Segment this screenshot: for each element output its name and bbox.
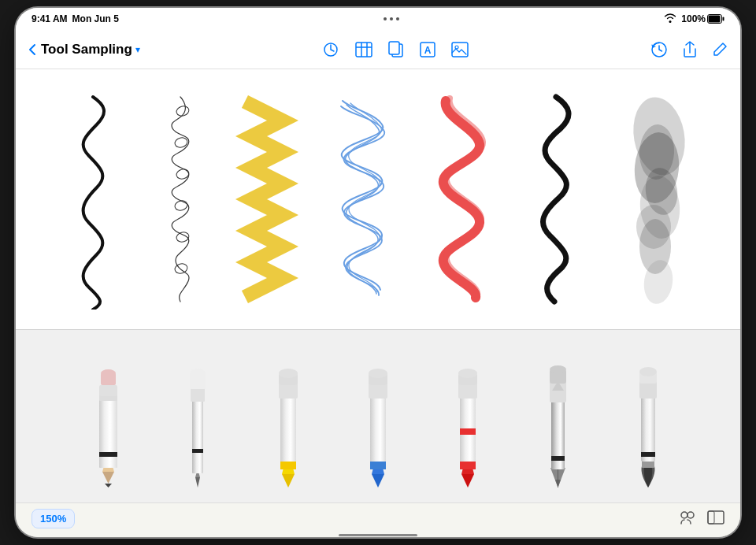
dot3 — [396, 17, 399, 20]
svg-point-58 — [369, 369, 387, 378]
svg-rect-40 — [192, 401, 203, 473]
svg-rect-79 — [639, 381, 657, 399]
svg-rect-62 — [460, 428, 476, 435]
status-center — [384, 17, 399, 20]
stroke-loops — [153, 85, 208, 313]
svg-rect-63 — [460, 462, 476, 469]
image-tool-icon[interactable] — [451, 42, 469, 57]
status-left: 9:41 AM Mon Jun 5 — [32, 13, 119, 24]
tool-blue-marker[interactable] — [343, 346, 413, 488]
svg-rect-77 — [641, 397, 655, 462]
svg-rect-41 — [192, 449, 203, 453]
time: 9:41 AM — [32, 13, 68, 24]
tool-red-marker[interactable] — [432, 346, 503, 488]
history-icon[interactable] — [650, 41, 668, 58]
view-icon[interactable] — [707, 510, 724, 528]
edit-icon[interactable] — [712, 42, 728, 57]
stroke-red-scribble — [426, 85, 497, 313]
title-area: Tool Sampling ▾ — [41, 42, 140, 57]
status-bar: 9:41 AM Mon Jun 5 100% — [16, 8, 740, 30]
svg-rect-47 — [280, 397, 296, 469]
zoom-level[interactable]: 150% — [32, 509, 75, 528]
stroke-blue-scribble — [327, 85, 398, 313]
svg-marker-37 — [105, 484, 112, 488]
dot1 — [384, 17, 387, 20]
bottom-right-icons — [679, 510, 724, 528]
svg-marker-52 — [372, 474, 384, 488]
svg-rect-12 — [452, 43, 468, 57]
svg-point-66 — [458, 369, 477, 378]
battery: 100% — [681, 13, 724, 24]
tool-pencil[interactable] — [72, 346, 143, 488]
share-icon[interactable] — [682, 41, 698, 58]
svg-rect-34 — [99, 385, 117, 396]
svg-point-83 — [687, 512, 694, 518]
tool-tray — [16, 329, 740, 502]
wifi-icon — [664, 13, 676, 25]
toolbar-right — [650, 41, 728, 58]
text-tool-icon[interactable]: A — [420, 42, 435, 57]
svg-text:A: A — [424, 45, 432, 56]
tool-brush[interactable] — [613, 346, 684, 488]
svg-point-13 — [455, 46, 458, 49]
collaborate-icon[interactable] — [679, 510, 696, 528]
tool-fine-pen[interactable] — [162, 346, 233, 488]
svg-point-81 — [639, 367, 657, 376]
ipad-frame: 9:41 AM Mon Jun 5 100% — [16, 8, 740, 537]
svg-marker-45 — [282, 474, 295, 488]
svg-rect-71 — [551, 456, 565, 461]
svg-point-44 — [190, 369, 206, 378]
stroke-pen-squiggle — [61, 85, 124, 313]
date: Mon Jun 5 — [72, 13, 119, 24]
svg-point-51 — [279, 369, 298, 378]
svg-rect-54 — [370, 397, 386, 469]
shape-tool-icon[interactable] — [322, 41, 339, 58]
svg-rect-32 — [99, 452, 117, 457]
toolbar-left: Tool Sampling ▾ — [28, 42, 140, 57]
back-button[interactable] — [28, 43, 36, 56]
svg-point-75 — [550, 365, 566, 373]
svg-point-82 — [681, 512, 687, 518]
bottom-bar: 150% — [16, 502, 740, 534]
document-title: Tool Sampling — [41, 42, 132, 57]
svg-rect-9 — [389, 42, 399, 54]
dot2 — [390, 17, 393, 20]
svg-rect-2 — [709, 16, 721, 23]
toolbar: Tool Sampling ▾ — [16, 30, 740, 69]
svg-rect-85 — [708, 511, 714, 524]
main-content — [16, 69, 740, 502]
copy-tool-icon[interactable] — [388, 41, 404, 58]
table-tool-icon[interactable] — [355, 42, 372, 57]
svg-rect-84 — [708, 511, 724, 524]
svg-rect-48 — [280, 462, 296, 469]
svg-point-36 — [101, 369, 116, 377]
toolbar-center: A — [322, 41, 469, 58]
stroke-ink-wash — [616, 85, 695, 313]
tool-fountain-pen[interactable] — [523, 346, 594, 488]
home-indicator — [339, 534, 417, 536]
svg-rect-1 — [723, 17, 724, 21]
svg-rect-4 — [356, 43, 372, 57]
tool-yellow-marker[interactable] — [253, 346, 324, 488]
stroke-bold-squiggle — [524, 85, 587, 313]
drawing-area — [16, 69, 740, 329]
svg-rect-78 — [641, 452, 655, 457]
svg-rect-31 — [99, 397, 117, 468]
svg-point-28 — [636, 205, 671, 249]
svg-rect-42 — [191, 387, 205, 402]
svg-rect-55 — [370, 462, 386, 469]
svg-marker-29 — [102, 472, 114, 484]
svg-marker-59 — [461, 474, 474, 488]
svg-marker-38 — [195, 477, 200, 488]
status-right: 100% — [664, 13, 724, 25]
title-dropdown-icon[interactable]: ▾ — [135, 44, 140, 55]
stroke-yellow-marker — [235, 85, 298, 313]
